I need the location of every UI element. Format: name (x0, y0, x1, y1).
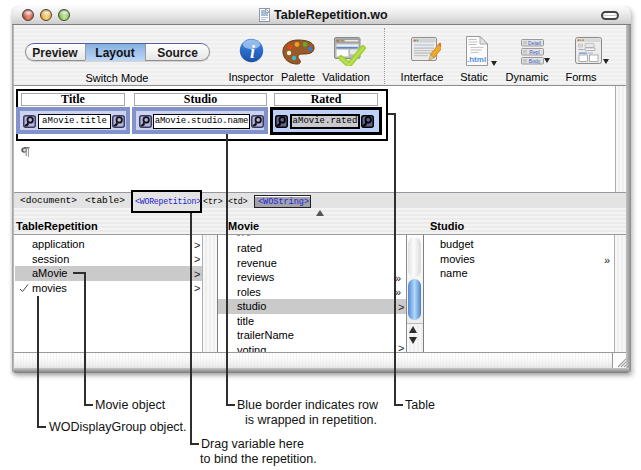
svg-text:.html: .html (467, 55, 486, 64)
svg-text:i: i (250, 42, 255, 62)
svg-text:Detail: Detail (528, 40, 541, 46)
svg-text:Body: Body (529, 58, 541, 64)
svg-text:Repl: Repl (529, 49, 539, 55)
